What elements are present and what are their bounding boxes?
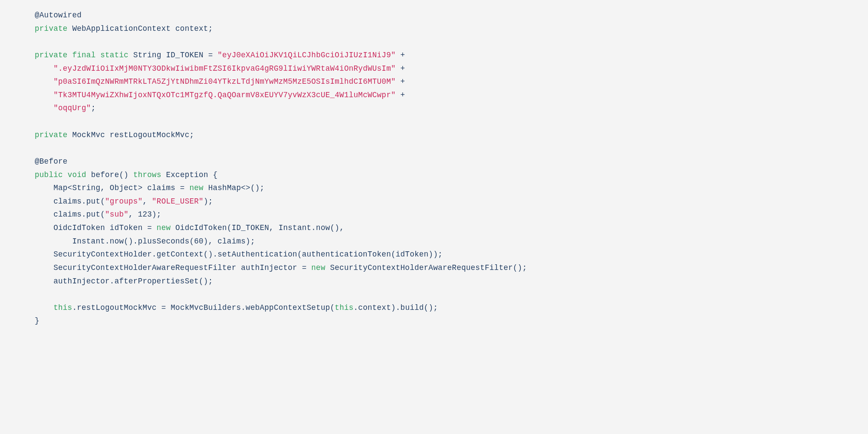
code-line: SecurityContextHolder.getContext().setAu…: [35, 250, 443, 259]
code-line: OidcIdToken idToken = new OidcIdToken(ID…: [35, 224, 344, 232]
code-line: ".eyJzdWIiOiIxMjM0NTY3ODkwIiwibmFtZSI6Ik…: [35, 64, 405, 73]
code-line: "oqqUrg";: [35, 104, 95, 112]
code-line: claims.put("groups", "ROLE_USER");: [35, 197, 213, 206]
code-line: public void before() throws Exception {: [35, 171, 217, 179]
code-block: @Autowired private WebApplicationContext…: [35, 9, 868, 328]
code-line: "Tk3MTU4MywiZXhwIjoxNTQxOTc1MTgzfQ.QaQOa…: [35, 91, 405, 99]
code-line: private final static String ID_TOKEN = "…: [35, 51, 405, 59]
code-line: }: [35, 316, 39, 325]
code-line: @Before: [35, 157, 68, 166]
code-line: private WebApplicationContext context;: [35, 24, 213, 33]
code-line: SecurityContextHolderAwareRequestFilter …: [35, 263, 527, 272]
code-line: Instant.now().plusSeconds(60), claims);: [35, 237, 255, 246]
code-line: @Autowired: [35, 11, 82, 20]
code-line: claims.put("sub", 123);: [35, 210, 161, 219]
code-line: private MockMvc restLogoutMockMvc;: [35, 131, 194, 139]
code-line: authInjector.afterPropertiesSet();: [35, 277, 213, 286]
code-line: this.restLogoutMockMvc = MockMvcBuilders…: [35, 303, 438, 312]
code-line: "p0aSI6ImQzNWRmMTRkLTA5ZjYtNDhmZi04YTkzL…: [35, 77, 405, 86]
code-line: Map<String, Object> claims = new HashMap…: [35, 184, 264, 192]
